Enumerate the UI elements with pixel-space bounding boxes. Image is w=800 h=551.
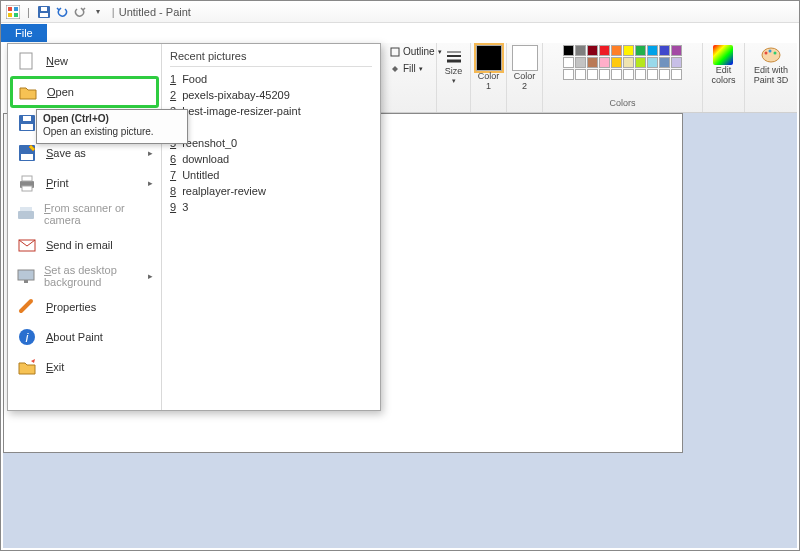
svg-point-16 <box>774 52 777 55</box>
recent-item[interactable]: 3best-image-resizer-paint <box>170 103 372 119</box>
menu-item-label: Exit <box>46 361 64 373</box>
svg-rect-22 <box>21 154 33 160</box>
recent-item[interactable]: 2pexels-pixabay-45209 <box>170 87 372 103</box>
menu-item-label: Print <box>46 177 69 189</box>
color-swatch[interactable] <box>659 69 670 80</box>
undo-icon[interactable] <box>54 4 70 20</box>
rainbow-icon <box>713 45 733 65</box>
recent-item[interactable]: 1Food <box>170 71 372 87</box>
open-icon <box>17 81 39 103</box>
color-swatch[interactable] <box>611 45 622 56</box>
color-swatch[interactable] <box>647 45 658 56</box>
svg-rect-3 <box>8 13 12 17</box>
color-swatch[interactable] <box>623 45 634 56</box>
fill-label: Fill <box>403 63 416 74</box>
color-swatch[interactable] <box>599 57 610 68</box>
recent-item[interactable]: 6download <box>170 151 372 167</box>
recent-item[interactable]: 4 <box>170 119 372 135</box>
color-swatch[interactable] <box>563 69 574 80</box>
open-tooltip: Open (Ctrl+O) Open an existing picture. <box>36 109 188 144</box>
color-palette <box>563 45 682 80</box>
qat-separator-2: | <box>112 6 115 18</box>
file-menu-about[interactable]: iAbout Paint <box>10 322 159 352</box>
menu-item-label: Save as <box>46 147 86 159</box>
color-swatch[interactable] <box>671 45 682 56</box>
color-swatch[interactable] <box>587 45 598 56</box>
color1-swatch <box>476 45 502 71</box>
save-icon[interactable] <box>36 4 52 20</box>
color-swatch[interactable] <box>599 69 610 80</box>
new-icon <box>16 50 38 72</box>
color-swatch[interactable] <box>575 45 586 56</box>
file-menu-open[interactable]: Open <box>10 76 159 108</box>
color-swatch[interactable] <box>635 45 646 56</box>
color-palette-group: Colors <box>543 43 703 112</box>
color-swatch[interactable] <box>659 45 670 56</box>
exit-icon <box>16 356 38 378</box>
menu-item-label: Send in email <box>46 239 113 251</box>
color-swatch[interactable] <box>575 69 586 80</box>
svg-rect-7 <box>41 7 47 11</box>
svg-point-14 <box>765 52 768 55</box>
outline-label: Outline <box>403 46 435 57</box>
color-swatch[interactable] <box>659 57 670 68</box>
edit-colors-label: Edit colors <box>711 65 735 85</box>
colors-group-label: Colors <box>609 98 635 110</box>
fill-dropdown[interactable]: Fill▾ <box>387 62 426 75</box>
svg-rect-6 <box>40 13 48 17</box>
file-tab[interactable]: File <box>1 24 47 42</box>
color-swatch[interactable] <box>647 57 658 68</box>
recent-item[interactable]: 7Untitled <box>170 167 372 183</box>
qat-separator: | <box>27 6 30 18</box>
size-button[interactable]: Size ▾ <box>445 45 463 85</box>
color-swatch[interactable] <box>575 57 586 68</box>
properties-icon <box>16 296 38 318</box>
paint3d-button[interactable]: Edit with Paint 3D <box>754 45 789 85</box>
color-swatch[interactable] <box>635 69 646 80</box>
color-swatch[interactable] <box>611 69 622 80</box>
color-swatch[interactable] <box>599 45 610 56</box>
app-icon <box>5 4 21 20</box>
color-swatch[interactable] <box>623 57 634 68</box>
color-swatch[interactable] <box>671 69 682 80</box>
recent-item[interactable]: 5reenshot_0 <box>170 135 372 151</box>
recent-pictures-header: Recent pictures <box>170 50 372 67</box>
window-title: Untitled - Paint <box>119 6 191 18</box>
color-swatch[interactable] <box>563 45 574 56</box>
file-menu-new[interactable]: New <box>10 46 159 76</box>
svg-rect-12 <box>713 45 733 65</box>
file-menu-print[interactable]: Print <box>10 168 159 198</box>
svg-rect-27 <box>20 207 32 211</box>
color2-swatch <box>512 45 538 71</box>
recent-list: 1Food2pexels-pixabay-452093best-image-re… <box>170 71 372 215</box>
svg-rect-2 <box>14 7 18 11</box>
menu-item-label: New <box>46 55 68 67</box>
color-swatch[interactable] <box>587 69 598 80</box>
color-swatch[interactable] <box>623 69 634 80</box>
qat-dropdown-icon[interactable]: ▾ <box>90 4 106 20</box>
redo-icon[interactable] <box>72 4 88 20</box>
color-swatch[interactable] <box>563 57 574 68</box>
menu-item-label: About Paint <box>46 331 103 343</box>
svg-rect-1 <box>8 7 12 11</box>
desktop-icon <box>16 265 36 287</box>
color1-label: Color 1 <box>478 71 500 91</box>
color-swatch[interactable] <box>647 69 658 80</box>
color-swatch[interactable] <box>611 57 622 68</box>
color-swatch[interactable] <box>671 57 682 68</box>
recent-item[interactable]: 93 <box>170 199 372 215</box>
edit-colors-button[interactable]: Edit colors <box>711 45 735 85</box>
file-menu-properties[interactable]: Properties <box>10 292 159 322</box>
color-swatch[interactable] <box>587 57 598 68</box>
color1-button[interactable]: Color 1 <box>476 45 502 91</box>
paint3d-icon <box>760 45 782 65</box>
color-swatch[interactable] <box>635 57 646 68</box>
file-menu-send[interactable]: Send in email <box>10 230 159 260</box>
svg-rect-4 <box>14 13 18 17</box>
color2-button[interactable]: Color 2 <box>512 45 538 91</box>
file-menu: NewOpenSaveSave asPrintFrom scanner or c… <box>7 43 381 411</box>
recent-item[interactable]: 8realplayer-review <box>170 183 372 199</box>
send-icon <box>16 234 38 256</box>
svg-rect-25 <box>22 186 32 191</box>
file-menu-exit[interactable]: Exit <box>10 352 159 382</box>
